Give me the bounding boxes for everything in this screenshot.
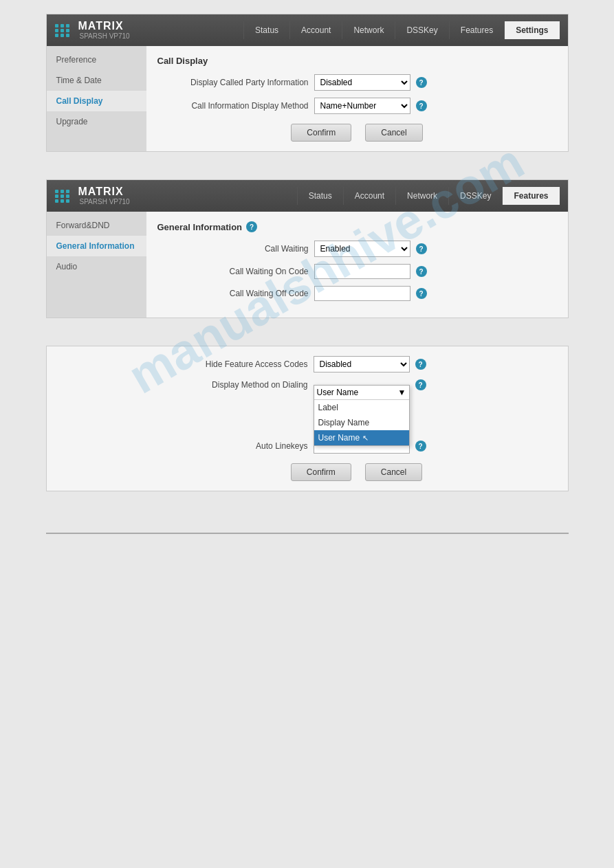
general-info-title: General Information ?	[157, 221, 557, 232]
label-call-waiting: Call Waiting	[157, 244, 309, 254]
nav-tabs-2: Status Account Network DSSKey Features	[297, 187, 560, 205]
tab-account-2[interactable]: Account	[343, 187, 395, 205]
dropdown-header[interactable]: User Name ▼	[314, 386, 409, 400]
cancel-button-1[interactable]: Cancel	[365, 124, 422, 142]
sidebar-1: Preference Time & Date Call Display Upgr…	[47, 46, 146, 151]
content-2: General Information ? Call Waiting Enabl…	[146, 212, 568, 318]
tab-dsskey-1[interactable]: DSSKey	[395, 21, 448, 39]
help-icon-general[interactable]: ?	[246, 221, 257, 232]
confirm-button-3[interactable]: Confirm	[291, 463, 351, 481]
sidebar-item-preference[interactable]: Preference	[47, 49, 146, 70]
buttons-row-3: Confirm Cancel	[157, 463, 557, 481]
buttons-row-1: Confirm Cancel	[157, 124, 557, 142]
tab-features-2[interactable]: Features	[502, 187, 559, 205]
tab-status-1[interactable]: Status	[243, 21, 289, 39]
sidebar-2: Forward&DND General Information Audio	[47, 212, 146, 318]
dropdown-option-user-name[interactable]: User Name↖	[314, 430, 409, 445]
tab-status-2[interactable]: Status	[297, 187, 343, 205]
sidebar-item-forward-dnd[interactable]: Forward&DND	[47, 215, 146, 236]
content-1: Call Display Display Called Party Inform…	[146, 46, 568, 151]
dropdown-option-label[interactable]: Label	[314, 400, 409, 415]
select-call-info-display[interactable]: Name+Number Name Number	[314, 98, 410, 114]
input-call-waiting-on[interactable]	[314, 264, 410, 279]
panel-body-1: Preference Time & Date Call Display Upgr…	[47, 46, 568, 151]
help-icon-2[interactable]: ?	[416, 100, 427, 111]
select-hide-feature[interactable]: Disabled Enabled	[314, 356, 410, 372]
label-call-info-display: Call Information Display Method	[157, 101, 309, 111]
form-row-call-waiting: Call Waiting Enabled Disabled ?	[157, 241, 557, 257]
nav-tabs-1: Status Account Network DSSKey Features S…	[243, 21, 559, 39]
sidebar-item-upgrade[interactable]: Upgrade	[47, 111, 146, 132]
form-row-hide-feature: Hide Feature Access Codes Disabled Enabl…	[157, 356, 557, 372]
tab-account-1[interactable]: Account	[289, 21, 342, 39]
help-icon-call-waiting[interactable]: ?	[416, 243, 427, 254]
dropdown-current-value: User Name	[317, 388, 359, 397]
select-display-called-party[interactable]: Disabled Enabled	[314, 74, 410, 91]
tab-network-1[interactable]: Network	[342, 21, 395, 39]
help-icon-call-waiting-on[interactable]: ?	[416, 266, 427, 277]
cancel-button-3[interactable]: Cancel	[365, 463, 422, 481]
tab-features-1[interactable]: Features	[449, 21, 504, 39]
model-name-1: SPARSH VP710	[80, 32, 130, 40]
form-row-call-waiting-off: Call Waiting Off Code ?	[157, 286, 557, 301]
content-title-1: Call Display	[157, 56, 557, 66]
label-display-method: Display Method on Dialing	[157, 380, 308, 390]
panel-header-1: MATRIX SPARSH VP710 Status Account Netwo…	[47, 14, 568, 46]
form-row-display-method: Display Method on Dialing User Name ▼ La…	[157, 379, 557, 390]
model-name-2: SPARSH VP710	[80, 198, 130, 205]
brand-name-1: MATRIX	[78, 20, 130, 32]
sidebar-item-general-info[interactable]: General Information	[47, 236, 146, 256]
panel-body-2: Forward&DND General Information Audio Ge…	[47, 212, 568, 318]
sidebar-item-call-display[interactable]: Call Display	[47, 91, 146, 111]
help-icon-display-method[interactable]: ?	[415, 379, 426, 390]
label-hide-feature: Hide Feature Access Codes	[157, 359, 308, 369]
dropdown-option-display-name[interactable]: Display Name	[314, 415, 409, 430]
input-call-waiting-off[interactable]	[314, 286, 410, 301]
tab-dsskey-2[interactable]: DSSKey	[448, 187, 502, 205]
sidebar-item-time-date[interactable]: Time & Date	[47, 70, 146, 91]
form-row-call-waiting-on: Call Waiting On Code ?	[157, 264, 557, 279]
label-call-waiting-on: Call Waiting On Code	[157, 267, 309, 276]
select-call-waiting[interactable]: Enabled Disabled	[314, 241, 410, 257]
partial-content: Hide Feature Access Codes Disabled Enabl…	[47, 346, 568, 491]
tab-settings-1[interactable]: Settings	[504, 21, 559, 39]
label-display-called-party: Display Called Party Information	[157, 78, 309, 87]
help-icon-auto-linekeys[interactable]: ?	[415, 441, 426, 452]
help-icon-1[interactable]: ?	[416, 77, 427, 88]
label-call-waiting-off: Call Waiting Off Code	[157, 289, 309, 298]
dropdown-open-display-method: User Name ▼ Label Display Name User Name…	[314, 385, 410, 446]
help-icon-hide-feature[interactable]: ?	[415, 359, 426, 370]
panel-header-2: MATRIX SPARSH VP710 Status Account Netwo…	[47, 180, 568, 212]
label-auto-linekeys: Auto Linekeys	[157, 441, 308, 451]
panel-features: MATRIX SPARSH VP710 Status Account Netwo…	[46, 179, 569, 318]
panel-partial: Hide Feature Access Codes Disabled Enabl…	[46, 346, 569, 491]
matrix-logo	[55, 24, 70, 37]
form-row-display-called-party: Display Called Party Information Disable…	[157, 74, 557, 91]
dropdown-arrow-icon: ▼	[398, 388, 406, 397]
brand-name-2: MATRIX	[78, 186, 130, 198]
help-icon-call-waiting-off[interactable]: ?	[416, 288, 427, 299]
tab-network-2[interactable]: Network	[395, 187, 448, 205]
matrix-logo-2	[55, 190, 70, 203]
form-row-call-info-display: Call Information Display Method Name+Num…	[157, 98, 557, 114]
confirm-button-1[interactable]: Confirm	[291, 124, 351, 142]
bottom-divider	[46, 533, 569, 534]
panel-settings: MATRIX SPARSH VP710 Status Account Netwo…	[46, 14, 569, 152]
sidebar-item-audio[interactable]: Audio	[47, 256, 146, 277]
